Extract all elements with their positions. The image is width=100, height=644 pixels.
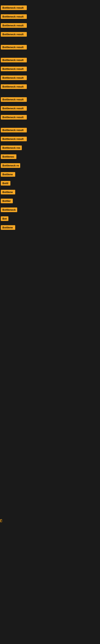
list-item: Bottleneck result	[0, 73, 100, 82]
rows-container: Bottleneck resultBottleneck resultBottle…	[0, 3, 100, 412]
bottleneck-result-bar[interactable]: Bottleneck result	[1, 45, 27, 50]
list-item: Bottleneck result	[0, 3, 100, 12]
list-item: Bottleneck result	[0, 43, 100, 51]
page-wrapper: Bottleneck resultBottleneck resultBottle…	[0, 0, 100, 644]
bottleneck-result-bar[interactable]: Bottleneck result	[1, 66, 27, 71]
list-item: Bottleneck result	[0, 113, 100, 121]
bottleneck-result-bar[interactable]: Bottlene	[1, 190, 15, 194]
bottleneck-result-bar[interactable]: Bottleneck re	[1, 163, 20, 168]
list-item: Bottleneck result	[0, 64, 100, 73]
small-indicator: ▌	[0, 519, 2, 523]
bottleneck-result-bar[interactable]: Bottler	[1, 199, 13, 203]
bottleneck-result-bar[interactable]: Bottlene	[1, 172, 15, 177]
list-item: Bottleneck	[0, 205, 100, 214]
bottleneck-result-bar[interactable]: Bottleneck result	[1, 137, 27, 141]
bottleneck-result-bar[interactable]: Bottleneck res	[1, 146, 22, 150]
list-item: Bot	[0, 214, 100, 222]
list-item: Bottler	[0, 196, 100, 205]
bottleneck-result-bar[interactable]: Bottleneck result	[1, 6, 27, 10]
bottleneck-result-bar[interactable]: Bottleneck result	[1, 23, 27, 28]
bottleneck-result-bar[interactable]: Bottlene	[1, 225, 15, 230]
list-item: Bottleneck result	[0, 56, 100, 64]
list-item: Bottl	[0, 179, 100, 187]
bottleneck-result-bar[interactable]: Bottl	[1, 181, 10, 186]
list-item: Bottleneck re	[0, 161, 100, 170]
bottleneck-result-bar[interactable]: Bottleneck result	[1, 14, 27, 19]
list-item: Bottleneck result	[0, 30, 100, 38]
bottleneck-result-bar[interactable]: Bottleneck result	[1, 97, 27, 102]
bottleneck-result-bar[interactable]: Bottleneck result	[1, 76, 27, 80]
bottleneck-result-bar[interactable]: Bottleneck result	[1, 32, 27, 37]
bottleneck-result-bar[interactable]: Bottleneck result	[1, 106, 27, 111]
list-item: Bottleneck result	[0, 82, 100, 90]
list-item: Bottlene	[0, 170, 100, 178]
bottleneck-result-bar[interactable]: Bottleneck result	[1, 128, 27, 132]
bottleneck-result-bar[interactable]: Bottleneck	[1, 208, 17, 212]
list-item: Bottleneck result	[0, 12, 100, 20]
list-item: Bottlene	[0, 223, 100, 232]
bottleneck-result-bar[interactable]: Bottlenec	[1, 154, 16, 159]
list-item: Bottlenec	[0, 152, 100, 160]
bottleneck-result-bar[interactable]: Bot	[1, 216, 8, 221]
list-item: Bottleneck result	[0, 126, 100, 134]
list-item: Bottleneck result	[0, 21, 100, 30]
list-item: Bottleneck result	[0, 104, 100, 112]
list-item: Bottleneck result	[0, 95, 100, 104]
list-item: Bottlene	[0, 188, 100, 196]
bottleneck-result-bar[interactable]: Bottleneck result	[1, 84, 27, 89]
site-title	[0, 0, 100, 2]
bottleneck-result-bar[interactable]: Bottleneck result	[1, 115, 27, 120]
list-item: Bottleneck res	[0, 143, 100, 152]
bottleneck-result-bar[interactable]: Bottleneck result	[1, 58, 27, 62]
list-item: Bottleneck result	[0, 134, 100, 143]
